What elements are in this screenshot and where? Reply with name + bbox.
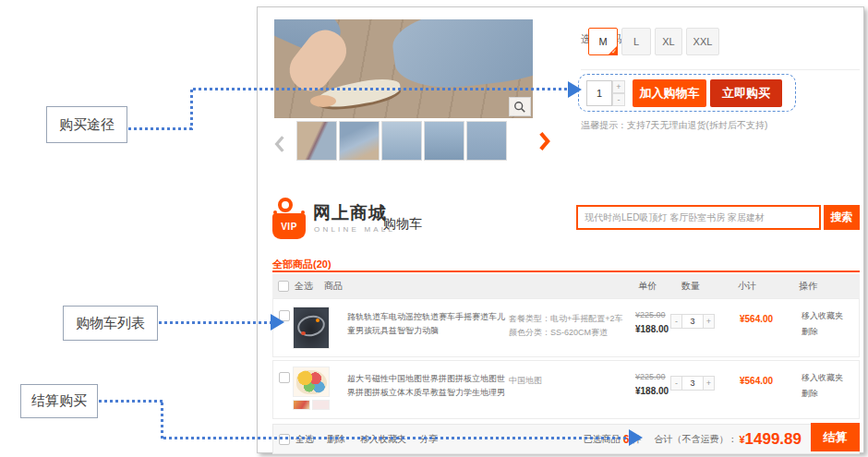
quantity-increase-button[interactable]: +: [703, 376, 715, 391]
cart-table-header: 全选 商品 单价 数量 小计 操作: [272, 274, 860, 298]
item-image-race-track[interactable]: [293, 307, 330, 349]
quantity-input[interactable]: [586, 80, 612, 106]
header-actions: 操作: [799, 274, 817, 298]
check-icon: ✓: [611, 48, 617, 55]
item-title[interactable]: 超大号磁性中国地图世界拼图拼板立地图世界拼图拼板立体木质早教益智力学生地理男: [347, 372, 506, 400]
item-checkbox[interactable]: [279, 372, 290, 383]
quantity-increase-button[interactable]: +: [612, 80, 625, 93]
map-shape: [296, 370, 327, 394]
header-subtotal: 小计: [738, 274, 756, 298]
item-subtotal: ¥564.00: [740, 376, 773, 386]
move-to-favorites-link[interactable]: 移入收藏夹: [802, 310, 843, 322]
cart-row: 路轨轨道车电动遥控轨道赛车手摇赛道车儿童男孩玩具益智智力动脑 套餐类型：电动+手…: [272, 298, 860, 357]
search-input[interactable]: [576, 205, 821, 230]
size-option-m[interactable]: M ✓: [588, 28, 618, 55]
cart-page-title: 购物车: [383, 216, 422, 233]
delete-link[interactable]: 删除: [802, 388, 818, 400]
item-image-mini[interactable]: [293, 400, 310, 410]
arrow-right-icon: [629, 429, 643, 446]
item-image-mini[interactable]: [312, 400, 330, 410]
item-quantity-input[interactable]: [682, 376, 703, 391]
vip-bag-logo[interactable]: VIP: [272, 197, 306, 239]
total-label: 合计（不含运费）：: [654, 433, 737, 446]
cart-row: 超大号磁性中国地图世界拼图拼板立地图世界拼图拼板立体木质早教益智力学生地理男 中…: [272, 360, 860, 419]
product-thumbnail[interactable]: [466, 121, 507, 161]
select-all-checkbox[interactable]: [279, 434, 290, 445]
item-spec-line: 套餐类型：电动+手摇配置+2车: [509, 312, 638, 326]
select-all-checkbox[interactable]: [278, 281, 289, 292]
annotation-label: 购买途径: [59, 116, 115, 134]
dotted-connector: [159, 321, 271, 324]
header-product: 商品: [324, 274, 343, 298]
annotation-label: 结算购买: [31, 392, 87, 410]
chevron-right-icon[interactable]: [536, 121, 551, 162]
product-cart-panel: 选择尺码: M ✓ L XL XXL + - 加入购物车 立即购买 温馨提示：支…: [257, 6, 864, 453]
quantity-decrease-button[interactable]: -: [670, 314, 682, 329]
track-shape: [295, 313, 327, 340]
add-to-cart-button[interactable]: 加入购物车: [633, 79, 706, 107]
annotation-purchase-path: 购买途径: [46, 106, 127, 143]
size-option-label: M: [598, 36, 607, 47]
product-thumbnail[interactable]: [424, 121, 464, 161]
item-title[interactable]: 路轨轨道车电动遥控轨道赛车手摇赛道车儿童男孩玩具益智智力动脑: [347, 310, 506, 338]
product-main-image[interactable]: [274, 19, 533, 118]
size-option-l[interactable]: L: [621, 28, 651, 55]
header-unit-price: 单价: [638, 274, 657, 298]
arrow-right-icon: [271, 314, 284, 331]
item-specs: 中国地图: [509, 374, 638, 388]
item-quantity-stepper: - +: [670, 314, 715, 329]
item-quantity-stepper: - +: [670, 376, 715, 391]
move-to-favorites-link[interactable]: 移入收藏夹: [802, 372, 843, 384]
item-original-price: ¥225.00: [635, 310, 666, 319]
divider: [581, 69, 860, 70]
dotted-connector: [161, 403, 163, 439]
product-thumbnail[interactable]: [296, 121, 337, 161]
item-quantity-input[interactable]: [682, 314, 703, 329]
annotation-label: 购物车列表: [76, 315, 145, 332]
product-thumbnail[interactable]: [381, 121, 422, 161]
checkout-button[interactable]: 结算: [811, 423, 860, 451]
item-image-china-map[interactable]: [293, 367, 330, 397]
header-select-all: 全选: [295, 274, 313, 298]
dotted-connector: [99, 400, 163, 403]
chevron-left-icon[interactable]: [272, 124, 287, 164]
delete-link[interactable]: 删除: [802, 326, 818, 338]
bag-body: VIP: [272, 213, 306, 239]
annotation-checkout: 结算购买: [20, 384, 98, 418]
bag-handle-icon: [278, 198, 293, 212]
car-dot-shape: [301, 331, 306, 335]
size-option-xxl[interactable]: XXL: [686, 28, 719, 55]
item-specs: 套餐类型：电动+手摇配置+2车 颜色分类：SS-620CM赛道: [509, 312, 638, 340]
photo-denim-shape: [389, 19, 533, 95]
quantity-decrease-button[interactable]: -: [612, 93, 625, 106]
search-button[interactable]: 搜索: [824, 205, 860, 230]
cart-section-title: 全部商品(20): [272, 258, 332, 271]
dotted-connector: [163, 437, 630, 439]
product-thumbnail[interactable]: [339, 121, 380, 161]
car-dot-shape: [316, 319, 319, 322]
item-price: ¥188.00: [635, 386, 669, 396]
item-spec-line: 颜色分类：SS-620CM赛道: [509, 326, 638, 340]
quantity-increase-button[interactable]: +: [703, 314, 715, 329]
buy-now-button[interactable]: 立即购买: [710, 79, 782, 107]
annotation-cart-list: 购物车列表: [63, 306, 158, 341]
total-amount: 1499.89: [745, 430, 802, 449]
section-underline: [272, 271, 860, 272]
size-option-label: XL: [662, 36, 674, 47]
magnifier-icon[interactable]: [509, 97, 531, 116]
item-spec-line: 中国地图: [509, 374, 638, 388]
item-subtotal: ¥564.00: [740, 314, 773, 324]
size-option-label: XXL: [693, 36, 713, 47]
header-quantity: 数量: [681, 274, 700, 298]
size-option-label: L: [633, 36, 639, 47]
dotted-connector: [190, 90, 193, 130]
arrow-right-icon: [568, 81, 582, 98]
dotted-connector: [128, 127, 193, 130]
quantity-decrease-button[interactable]: -: [670, 376, 682, 391]
item-original-price: ¥225.00: [635, 372, 666, 381]
dotted-connector: [193, 88, 569, 90]
size-option-xl[interactable]: XL: [655, 28, 682, 55]
return-policy-notice: 温馨提示：支持7天无理由退货(拆封后不支持): [581, 119, 767, 132]
mall-name: 网上商城: [313, 201, 387, 225]
page: 选择尺码: M ✓ L XL XXL + - 加入购物车 立即购买 温馨提示：支…: [0, 0, 868, 457]
